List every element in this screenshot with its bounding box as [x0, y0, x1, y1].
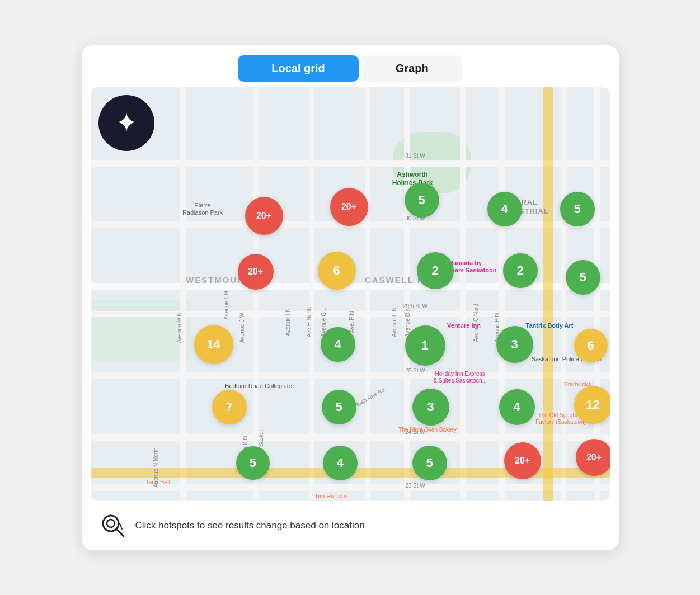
svg-text:Pamada by: Pamada by [449, 259, 482, 266]
svg-text:Bedford Road Collegiate: Bedford Road Collegiate [225, 382, 292, 389]
hotspot-h19[interactable]: 4 [499, 389, 535, 425]
svg-text:Avenue I N: Avenue I N [285, 308, 291, 336]
svg-text:Holiday Inn Express: Holiday Inn Express [435, 371, 485, 377]
hotspot-h2[interactable]: 20+ [330, 188, 368, 226]
svg-rect-17 [561, 87, 566, 501]
svg-rect-3 [91, 160, 610, 167]
main-card: Local grid Graph [82, 45, 619, 550]
map-background: 31 St W 30 St W 29th St W 25 St W 24 St … [91, 87, 610, 501]
hotspot-h4[interactable]: 5 [405, 183, 439, 218]
hotspot-h13[interactable]: 1 [405, 325, 445, 366]
hotspot-click-icon [100, 512, 126, 539]
svg-rect-15 [460, 87, 466, 501]
svg-text:Avenue C North: Avenue C North [473, 302, 479, 342]
tab-local-grid[interactable]: Local grid [238, 55, 359, 82]
hotspot-h8[interactable]: 2 [417, 252, 454, 289]
svg-text:25 St W: 25 St W [405, 367, 425, 374]
svg-rect-13 [365, 87, 370, 501]
svg-point-65 [107, 520, 115, 527]
svg-text:The Night Oven Bakery: The Night Oven Bakery [398, 427, 457, 433]
hotspot-h10[interactable]: 5 [566, 260, 600, 295]
map-container: 31 St W 30 St W 29th St W 25 St W 24 St … [91, 87, 610, 501]
hotspot-h6[interactable]: 5 [560, 192, 595, 226]
svg-text:Avenue M N: Avenue M N [176, 312, 182, 343]
svg-rect-7 [91, 372, 610, 379]
svg-text:Avenue J W: Avenue J W [239, 312, 245, 342]
hotspot-h23[interactable]: 5 [412, 446, 447, 480]
hotspot-h20[interactable]: 12 [574, 386, 610, 424]
hotspot-h9[interactable]: 2 [503, 253, 538, 288]
hotspot-h21[interactable]: 5 [236, 446, 270, 480]
hotspot-h18[interactable]: 3 [412, 389, 449, 426]
svg-rect-12 [309, 87, 314, 501]
svg-text:31 St W: 31 St W [405, 153, 425, 159]
svg-text:Ave H North: Ave H North [306, 306, 312, 337]
hotspot-h3[interactable]: 20+ [238, 254, 274, 290]
svg-text:Pierre: Pierre [194, 202, 210, 209]
hotspot-h5[interactable]: 4 [487, 192, 522, 226]
hotspot-h22[interactable]: 4 [323, 446, 358, 480]
svg-rect-19 [543, 87, 553, 501]
svg-text:Avenue L N: Avenue L N [223, 291, 229, 320]
hotspot-h7[interactable]: 6 [318, 252, 356, 290]
svg-text:Avenue E N: Avenue E N [391, 307, 397, 337]
hotspot-h14[interactable]: 3 [496, 326, 533, 363]
svg-line-66 [116, 529, 124, 536]
hotspot-h12[interactable]: 4 [321, 327, 355, 362]
tab-bar: Local grid Graph [82, 45, 619, 82]
app-logo: ✦ [98, 95, 154, 151]
svg-text:Ashworth: Ashworth [397, 171, 427, 178]
hotspot-h11[interactable]: 14 [194, 325, 233, 364]
svg-rect-8 [91, 434, 610, 441]
svg-text:Factory (Saskatoon): Factory (Saskatoon) [535, 419, 585, 425]
svg-text:23 St W: 23 St W [405, 483, 425, 489]
tab-graph[interactable]: Graph [362, 55, 462, 82]
svg-text:Ave. F N: Ave. F N [349, 311, 355, 333]
hotspot-h1[interactable]: 20+ [245, 197, 283, 235]
svg-text:Tim Hortons: Tim Hortons [314, 493, 348, 499]
star-icon: ✦ [115, 110, 138, 136]
hotspot-h24[interactable]: 20+ [504, 442, 541, 479]
hotspot-h15[interactable]: 6 [574, 329, 608, 362]
svg-text:Avenue N North: Avenue N North [153, 447, 159, 487]
svg-text:Tantrix Body Art: Tantrix Body Art [525, 322, 573, 329]
footer: Click hotspots to see results change bas… [82, 501, 619, 550]
hotspot-h25[interactable]: 20+ [576, 439, 610, 476]
svg-rect-10 [180, 87, 186, 501]
footer-instruction: Click hotspots to see results change bas… [135, 520, 365, 531]
svg-rect-14 [404, 87, 410, 501]
svg-text:Radiason Park: Radiason Park [182, 209, 223, 216]
hotspot-h17[interactable]: 5 [322, 390, 356, 424]
svg-rect-16 [499, 87, 505, 501]
svg-text:& Suites Saskatoon...: & Suites Saskatoon... [433, 377, 487, 384]
hotspot-h16[interactable]: 7 [212, 390, 247, 424]
